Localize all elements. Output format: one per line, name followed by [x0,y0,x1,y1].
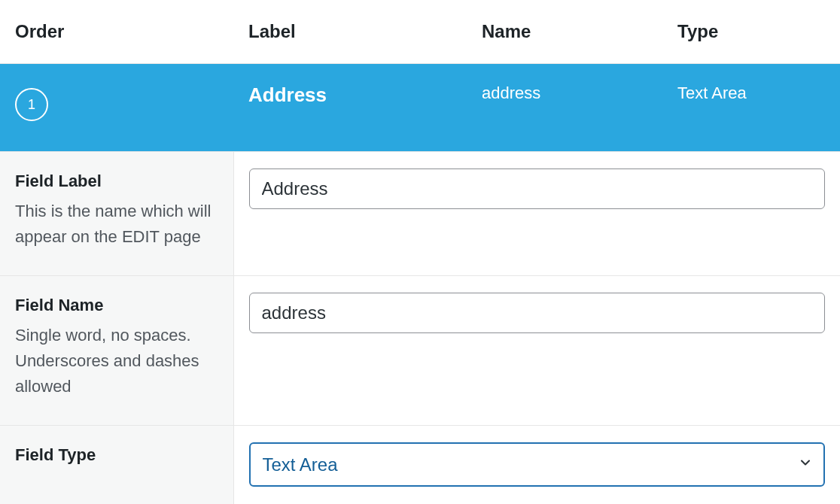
field-row-type: Text Area [677,83,747,102]
column-header-label: Label [233,0,467,64]
setting-desc-field-name: Single word, no spaces. Underscores and … [15,323,218,399]
setting-title-field-name: Field Name [15,296,218,315]
setting-row-field-name: Field Name Single word, no spaces. Under… [0,276,840,426]
setting-title-field-label: Field Label [15,172,218,191]
field-row-active[interactable]: 1 Address address Text Area [0,64,840,152]
field-row-name: address [482,83,540,102]
field-row-label: Address [248,83,327,106]
setting-row-field-type: Field Type Text Area [0,426,840,504]
setting-title-field-type: Field Type [15,445,218,465]
field-name-input[interactable] [249,293,826,333]
fields-table: Order Label Name Type 1 Address address … [0,0,840,504]
setting-desc-field-label: This is the name which will appear on th… [15,199,218,250]
order-badge[interactable]: 1 [15,88,48,121]
column-header-type: Type [662,0,840,64]
table-header-row: Order Label Name Type [0,0,840,64]
field-type-select[interactable]: Text Area [249,442,826,487]
column-header-order: Order [0,0,233,64]
field-label-input[interactable] [249,169,826,209]
setting-row-field-label: Field Label This is the name which will … [0,152,840,276]
column-header-name: Name [467,0,662,64]
